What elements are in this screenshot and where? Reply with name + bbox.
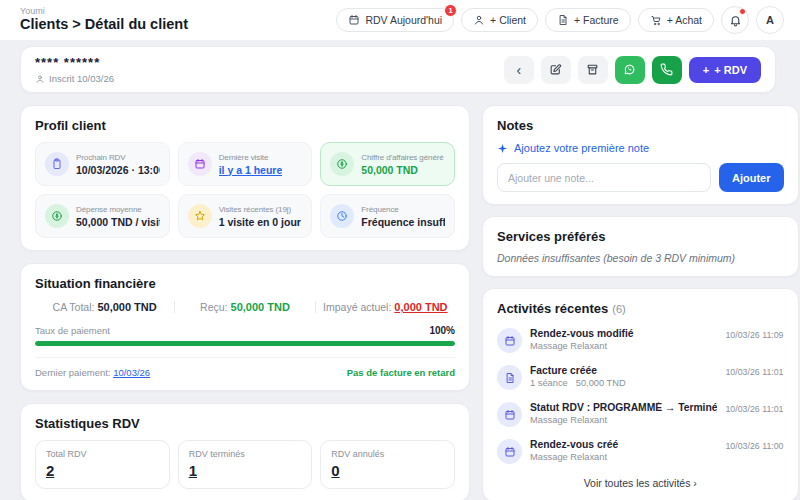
dollar-icon	[45, 204, 69, 228]
add-rdv-button[interactable]: + + RDV	[689, 57, 761, 83]
preferred-services-title: Services préférés	[497, 229, 784, 244]
activity-title: Facture créée	[530, 365, 717, 376]
whatsapp-button[interactable]	[615, 56, 645, 84]
client-header-card: **** ****** Inscrit 10/03/26 ‹ + + RDV	[20, 46, 776, 93]
client-name: **** ******	[35, 55, 114, 70]
rdv-stats-grid: Total RDV 2 RDV terminés 1 RDV annulés 0	[35, 440, 455, 489]
clipboard-icon	[45, 152, 69, 176]
total-rdv-value[interactable]: 2	[46, 462, 54, 479]
cart-icon	[650, 14, 662, 26]
rdv-annules-value[interactable]: 0	[331, 462, 339, 479]
registered-label: Inscrit 10/03/26	[49, 73, 114, 84]
no-overdue-label: Pas de facture en retard	[347, 367, 455, 378]
recu-value: 50,000 TND	[231, 301, 290, 313]
stat-card-visites-recentes: Visites récentes (19j) 1 visite en 0 jou…	[178, 194, 313, 238]
phone-icon	[660, 63, 673, 76]
profile-grid: Prochain RDV 10/03/2026 · 13:00 Dernière…	[35, 142, 455, 238]
financial-kv-row: CA Total:50,000 TND Reçu:50,000 TND Impa…	[35, 301, 455, 313]
stat-label: Dépense moyenne	[76, 205, 160, 214]
notifications-button[interactable]	[721, 6, 749, 34]
activity-title: Statut RDV : PROGRAMMÉ → Terminé	[530, 402, 717, 413]
activity-item[interactable]: Statut RDV : PROGRAMMÉ → Terminé Massage…	[497, 402, 784, 427]
dollar-icon	[330, 152, 354, 176]
stat-card-derniere-visite: Dernière visite il y a 1 heure	[178, 142, 313, 186]
add-invoice-label: + Facture	[574, 14, 619, 26]
last-payment: Dernier paiement: 10/03/26	[35, 367, 150, 378]
call-button[interactable]	[652, 56, 682, 84]
activities-title: Activités récentes	[497, 301, 608, 316]
notes-card: Notes Ajoutez votre première note Ajoute…	[482, 105, 799, 205]
edit-button[interactable]	[541, 56, 571, 84]
see-all-activities-link[interactable]: Voir toutes les activités ›	[497, 477, 784, 489]
whatsapp-icon	[623, 63, 636, 76]
stat-rdv-termines: RDV terminés 1	[178, 440, 313, 489]
stat-value: Fréquence insuffisan...	[361, 216, 445, 228]
services-empty-text: Données insuffisantes (besoin de 3 RDV m…	[497, 252, 784, 264]
notes-title: Notes	[497, 118, 784, 133]
rdv-stats-card: Statistiques RDV Total RDV 2 RDV terminé…	[20, 403, 470, 500]
profile-title: Profil client	[35, 118, 455, 133]
calendar-icon	[188, 152, 212, 176]
left-column: Profil client Prochain RDV 10/03/2026 · …	[20, 105, 470, 500]
stat-value: 50,000 TND	[361, 164, 443, 176]
rate-label: Taux de paiement	[35, 325, 110, 336]
note-input[interactable]	[497, 163, 711, 192]
last-visit-link[interactable]: il y a 1 heure	[219, 164, 283, 176]
add-note-button[interactable]: Ajouter	[719, 163, 784, 192]
client-identity: **** ****** Inscrit 10/03/26	[35, 55, 114, 84]
invoice-icon	[497, 365, 522, 390]
first-note-link[interactable]: Ajoutez votre première note	[497, 142, 784, 154]
calendar-icon	[497, 328, 522, 353]
stat-label: Chiffre d'affaires généré	[361, 153, 443, 162]
invoice-icon	[557, 14, 569, 26]
stat-label: Prochain RDV	[76, 153, 160, 162]
stat-value: 50,000 TND / visite	[76, 216, 160, 228]
activity-title: Rendez-vous créé	[530, 439, 717, 450]
activity-time: 10/03/26 11:00	[725, 439, 783, 451]
rdv-stats-title: Statistiques RDV	[35, 416, 455, 431]
activity-time: 10/03/26 11:01	[725, 365, 783, 377]
impaye-value[interactable]: 0,000 TND	[394, 301, 447, 313]
activity-subtitle: Massage Relaxant	[530, 415, 717, 425]
stat-card-prochain-rdv: Prochain RDV 10/03/2026 · 13:00	[35, 142, 170, 186]
activity-subtitle: Massage Relaxant	[530, 341, 717, 351]
financial-card: Situation financière CA Total:50,000 TND…	[20, 263, 470, 391]
stat-label: Fréquence	[361, 205, 445, 214]
rdv-termines-value[interactable]: 1	[189, 462, 197, 479]
activities-count: (6)	[612, 303, 625, 315]
payment-rate-bar	[35, 341, 455, 346]
star-icon	[188, 204, 212, 228]
archive-button[interactable]	[578, 56, 608, 84]
activity-title: Rendez-vous modifié	[530, 328, 717, 339]
notification-dot	[739, 8, 746, 15]
activity-time: 10/03/26 11:09	[725, 328, 783, 340]
add-purchase-button[interactable]: + Achat	[638, 8, 714, 32]
add-client-button[interactable]: + Client	[461, 8, 538, 32]
breadcrumb[interactable]: Clients > Détail du client	[20, 17, 188, 33]
activity-item[interactable]: Facture créée 1 séance50,000 TND 10/03/2…	[497, 365, 784, 390]
client-registered: Inscrit 10/03/26	[35, 73, 114, 84]
activity-item[interactable]: Rendez-vous créé Massage Relaxant 10/03/…	[497, 439, 784, 464]
recu: Reçu:50,000 TND	[174, 301, 314, 313]
add-invoice-button[interactable]: + Facture	[545, 8, 631, 32]
note-input-row: Ajouter	[497, 163, 784, 192]
impaye: Impayé actuel:0,000 TND	[315, 301, 455, 313]
preferred-services-card: Services préférés Données insuffisantes …	[482, 216, 799, 277]
rdv-today-label: RDV Aujourd'hui	[365, 14, 442, 26]
page: **** ****** Inscrit 10/03/26 ‹ + + RDV	[0, 40, 800, 500]
topbar: Youmi Clients > Détail du client RDV Auj…	[0, 0, 800, 40]
client-actions: ‹ + + RDV	[504, 56, 761, 84]
ca-total: CA Total:50,000 TND	[35, 301, 174, 313]
avatar[interactable]: A	[756, 6, 784, 34]
financial-title: Situation financière	[35, 276, 455, 291]
financial-footer: Dernier paiement: 10/03/26 Pas de factur…	[35, 357, 455, 378]
calendar-icon	[348, 14, 360, 26]
payment-rate-fill	[35, 341, 455, 346]
rdv-today-button[interactable]: RDV Aujourd'hui 1	[336, 8, 454, 32]
last-payment-link[interactable]: 10/03/26	[113, 367, 150, 378]
activity-item[interactable]: Rendez-vous modifié Massage Relaxant 10/…	[497, 328, 784, 353]
add-purchase-label: + Achat	[667, 14, 702, 26]
rate-value: 100%	[429, 325, 455, 336]
back-button[interactable]: ‹	[504, 56, 534, 84]
activity-subtitle: 1 séance50,000 TND	[530, 378, 717, 388]
